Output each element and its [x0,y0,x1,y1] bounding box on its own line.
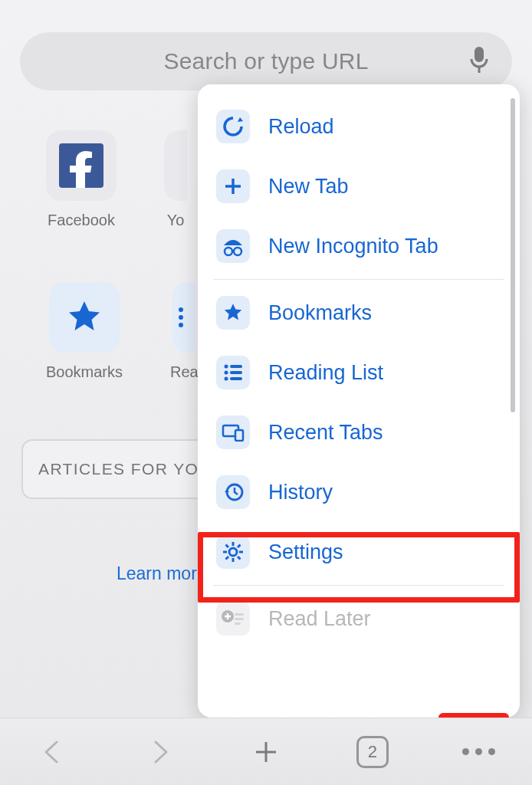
menu-item-label: New Incognito Tab [268,235,438,258]
menu-item-label: Read Later [268,607,371,631]
menu-item-label: Reload [268,115,334,139]
svg-rect-0 [475,47,484,62]
svg-rect-29 [235,613,244,616]
svg-point-10 [225,365,228,369]
svg-line-27 [238,545,241,548]
menu-item-new-tab[interactable]: New Tab [198,156,520,216]
svg-point-8 [234,248,241,255]
shortcut-bookmarks[interactable]: Bookmarks [46,282,123,381]
shortcut-facebook[interactable]: Facebook [46,130,117,229]
menu-item-bookmarks[interactable]: Bookmarks [198,283,520,343]
shortcut-label: Facebook [48,212,115,229]
svg-line-26 [226,557,229,560]
reload-icon [216,110,250,143]
tabs-button[interactable]: 2 [350,729,396,775]
svg-point-19 [229,548,237,556]
svg-point-12 [225,371,228,375]
facebook-icon [46,130,117,201]
menu-item-label: New Tab [268,175,349,199]
search-placeholder: Search or type URL [163,48,368,74]
learn-more-link[interactable]: Learn mor [117,563,197,584]
gear-icon [216,535,250,569]
svg-point-4 [179,323,183,327]
star-icon [49,282,120,353]
svg-line-25 [238,557,241,560]
shortcut-row: Facebook Yo [46,130,187,229]
incognito-icon [216,229,250,263]
generic-icon [172,282,195,353]
back-button[interactable] [30,729,76,775]
mic-icon[interactable] [469,45,489,77]
menu-item-label: Recent Tabs [268,421,383,445]
svg-point-14 [225,377,228,381]
menu-item-reading-list[interactable]: Reading List [198,343,520,402]
more-icon [462,748,495,755]
articles-label: ARTICLES FOR YO [38,460,199,478]
shortcut-label: Rea [170,363,199,381]
search-bar[interactable]: Search or type URL [20,32,512,90]
svg-rect-13 [230,371,242,374]
scrollbar[interactable] [511,98,515,412]
read-later-icon [216,602,250,636]
svg-point-7 [225,248,232,255]
svg-rect-15 [230,377,242,380]
shortcut-partial[interactable]: Rea [170,282,199,381]
svg-point-2 [179,307,183,312]
menu-item-label: History [268,481,333,504]
menu-item-reload[interactable]: Reload [198,97,520,156]
new-tab-button[interactable] [243,729,289,775]
generic-icon [164,130,187,201]
shortcut-partial[interactable]: Yo [164,130,187,229]
devices-icon [216,415,250,449]
list-icon [216,356,250,389]
shortcut-label: Bookmarks [46,363,123,381]
menu-item-settings[interactable]: Settings [198,522,520,582]
menu-item-read-later[interactable]: Read Later [198,589,520,649]
svg-rect-31 [235,622,241,625]
svg-line-24 [226,545,229,548]
menu-separator [213,279,504,280]
svg-rect-11 [230,365,242,368]
bottom-toolbar: 2 [0,718,532,785]
svg-rect-30 [235,618,244,620]
shortcut-label: Yo [167,212,185,229]
menu-item-label: Reading List [268,361,383,385]
shortcut-row: Bookmarks Rea [46,282,199,381]
menu-item-recent-tabs[interactable]: Recent Tabs [198,402,520,462]
svg-rect-17 [235,430,243,441]
plus-icon [216,169,250,203]
star-icon [216,296,250,330]
more-button[interactable] [456,729,502,775]
menu-item-label: Settings [268,540,343,564]
svg-point-3 [179,315,183,320]
menu-item-history[interactable]: History [198,462,520,522]
overflow-menu: Reload New Tab New Incognito Tab Bookmar… [198,84,520,718]
menu-item-label: Bookmarks [268,301,372,325]
menu-separator [213,585,504,586]
forward-button[interactable] [136,729,182,775]
menu-item-incognito[interactable]: New Incognito Tab [198,216,520,276]
history-icon [216,475,250,509]
tab-count-badge: 2 [356,736,389,768]
